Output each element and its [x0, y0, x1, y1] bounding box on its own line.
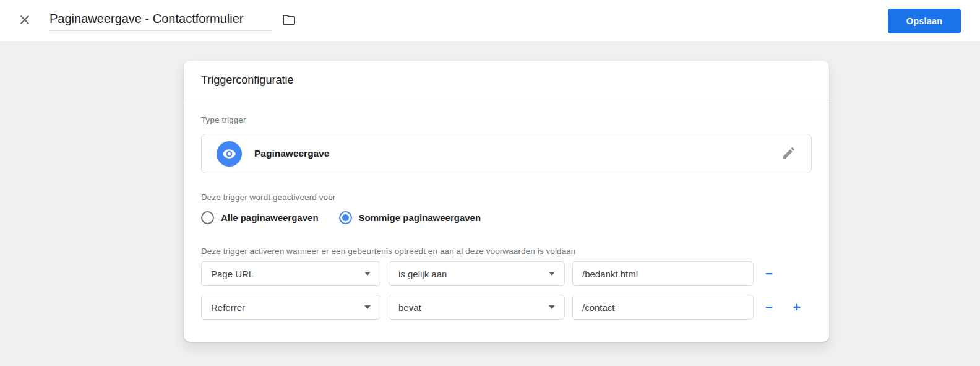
save-button[interactable]: Opslaan — [888, 9, 961, 33]
variable-select[interactable]: Page URL — [201, 261, 380, 286]
radio-all-pageviews[interactable]: Alle paginaweergaven — [201, 211, 319, 224]
folder-icon — [281, 12, 297, 29]
remove-condition-button[interactable]: − — [762, 300, 776, 315]
operator-select-value: bevat — [398, 302, 421, 313]
pageview-eye-icon — [217, 141, 242, 167]
trigger-type-value: Paginaweergave — [254, 148, 329, 159]
close-icon — [17, 12, 32, 29]
radio-unselected-icon — [201, 211, 214, 224]
radio-all-pageviews-label: Alle paginaweergaven — [221, 212, 319, 223]
add-condition-button[interactable]: + — [789, 300, 804, 315]
condition-row: Page URL is gelijk aan − — [201, 261, 812, 286]
operator-select-value: is gelijk aan — [398, 269, 447, 279]
chevron-down-icon — [364, 272, 371, 276]
variable-select-value: Page URL — [211, 269, 254, 279]
variable-select[interactable]: Referrer — [201, 295, 380, 320]
condition-value-input[interactable] — [572, 261, 754, 286]
top-bar: Paginaweergave - Contactformulier Opslaa… — [0, 0, 980, 41]
radio-selected-icon — [339, 211, 352, 224]
conditions-label: Deze trigger activeren wanneer er een ge… — [201, 246, 812, 256]
remove-condition-button[interactable]: − — [762, 266, 776, 281]
trigger-name-input[interactable]: Paginaweergave - Contactformulier — [49, 11, 272, 31]
card-body: Type trigger Paginaweergave Deze trigger… — [184, 100, 829, 342]
chevron-down-icon — [364, 305, 371, 309]
fires-on-radio-group: Alle paginaweergaven Sommige paginaweerg… — [201, 211, 812, 224]
chevron-down-icon — [549, 272, 555, 276]
row-actions: − — [762, 266, 776, 281]
folder-button[interactable] — [281, 12, 297, 29]
condition-value-input[interactable] — [572, 295, 754, 320]
operator-select[interactable]: bevat — [389, 295, 565, 320]
close-button[interactable] — [17, 12, 32, 29]
trigger-type-label: Type trigger — [201, 115, 812, 124]
variable-select-value: Referrer — [211, 302, 245, 313]
pencil-icon — [781, 146, 796, 162]
row-actions: − + — [762, 300, 804, 315]
condition-row: Referrer bevat − + — [201, 295, 812, 320]
trigger-config-card: Triggerconfiguratie Type trigger Paginaw… — [184, 61, 829, 342]
chevron-down-icon — [549, 305, 555, 309]
card-title: Triggerconfiguratie — [184, 61, 829, 100]
condition-rows: Page URL is gelijk aan − Referrer — [201, 261, 812, 320]
edit-trigger-type-button[interactable] — [781, 146, 796, 162]
operator-select[interactable]: is gelijk aan — [389, 261, 565, 286]
radio-some-pageviews[interactable]: Sommige paginaweergaven — [339, 211, 481, 224]
radio-some-pageviews-label: Sommige paginaweergaven — [359, 212, 481, 223]
fires-on-label: Deze trigger wordt geactiveerd voor — [201, 193, 812, 202]
trigger-type-box[interactable]: Paginaweergave — [201, 134, 812, 173]
